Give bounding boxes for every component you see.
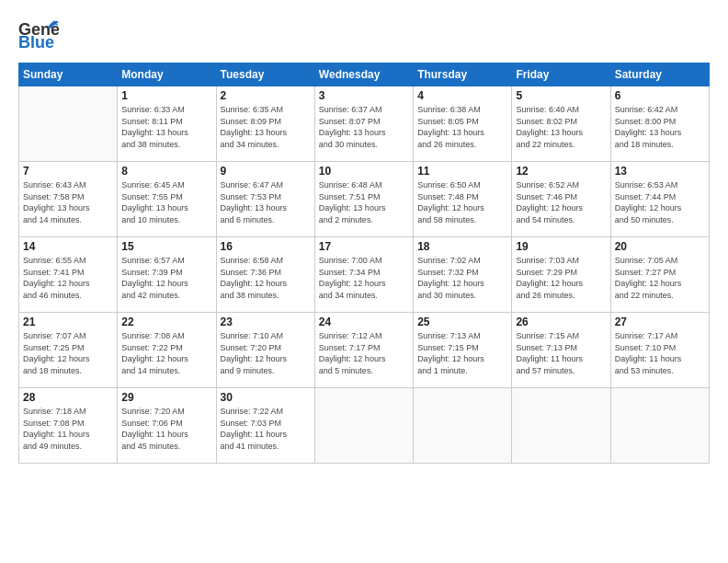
day-info: Sunrise: 6:33 AM Sunset: 8:11 PM Dayligh…: [121, 104, 211, 150]
calendar-cell: 1Sunrise: 6:33 AM Sunset: 8:11 PM Daylig…: [118, 86, 216, 162]
day-number: 8: [121, 165, 211, 178]
day-info: Sunrise: 7:20 AM Sunset: 7:06 PM Dayligh…: [121, 406, 211, 452]
header-tuesday: Tuesday: [216, 63, 314, 86]
header-wednesday: Wednesday: [314, 63, 413, 86]
day-info: Sunrise: 6:57 AM Sunset: 7:39 PM Dayligh…: [121, 255, 211, 301]
day-info: Sunrise: 7:07 AM Sunset: 7:25 PM Dayligh…: [23, 330, 113, 376]
day-number: 28: [23, 391, 113, 404]
calendar-cell: 11Sunrise: 6:50 AM Sunset: 7:48 PM Dayli…: [414, 162, 512, 237]
day-info: Sunrise: 7:05 AM Sunset: 7:27 PM Dayligh…: [615, 255, 705, 301]
day-info: Sunrise: 7:17 AM Sunset: 7:10 PM Dayligh…: [615, 330, 705, 376]
day-info: Sunrise: 6:53 AM Sunset: 7:44 PM Dayligh…: [615, 179, 705, 225]
calendar-cell: 15Sunrise: 6:57 AM Sunset: 7:39 PM Dayli…: [118, 237, 216, 313]
day-info: Sunrise: 6:42 AM Sunset: 8:00 PM Dayligh…: [615, 104, 705, 150]
day-info: Sunrise: 6:35 AM Sunset: 8:09 PM Dayligh…: [221, 104, 311, 150]
header-saturday: Saturday: [610, 63, 709, 86]
day-info: Sunrise: 6:47 AM Sunset: 7:53 PM Dayligh…: [221, 179, 311, 225]
day-info: Sunrise: 7:22 AM Sunset: 7:03 PM Dayligh…: [221, 406, 311, 452]
calendar-cell: 3Sunrise: 6:37 AM Sunset: 8:07 PM Daylig…: [314, 86, 413, 162]
day-number: 24: [319, 316, 409, 328]
day-info: Sunrise: 6:38 AM Sunset: 8:05 PM Dayligh…: [417, 104, 507, 150]
day-number: 12: [516, 165, 606, 178]
calendar-cell: [19, 86, 118, 162]
day-info: Sunrise: 7:13 AM Sunset: 7:15 PM Dayligh…: [417, 330, 507, 376]
day-info: Sunrise: 6:45 AM Sunset: 7:55 PM Dayligh…: [121, 179, 211, 225]
day-number: 7: [23, 165, 113, 178]
calendar-cell: 20Sunrise: 7:05 AM Sunset: 7:27 PM Dayli…: [610, 237, 709, 313]
header-friday: Friday: [512, 63, 610, 86]
day-number: 27: [615, 316, 705, 328]
calendar-week-row: 14Sunrise: 6:55 AM Sunset: 7:41 PM Dayli…: [19, 237, 710, 313]
calendar-cell: 26Sunrise: 7:15 AM Sunset: 7:13 PM Dayli…: [512, 313, 610, 388]
calendar-cell: 27Sunrise: 7:17 AM Sunset: 7:10 PM Dayli…: [610, 313, 709, 388]
day-info: Sunrise: 7:18 AM Sunset: 7:08 PM Dayligh…: [23, 406, 113, 452]
day-number: 29: [121, 391, 211, 404]
day-number: 17: [319, 240, 409, 253]
day-number: 21: [23, 316, 113, 328]
day-info: Sunrise: 7:02 AM Sunset: 7:32 PM Dayligh…: [417, 255, 507, 301]
calendar-cell: 2Sunrise: 6:35 AM Sunset: 8:09 PM Daylig…: [216, 86, 314, 162]
day-number: 30: [221, 391, 311, 404]
day-number: 10: [319, 165, 409, 178]
calendar-table: Sunday Monday Tuesday Wednesday Thursday…: [18, 63, 710, 464]
calendar-week-row: 1Sunrise: 6:33 AM Sunset: 8:11 PM Daylig…: [19, 86, 710, 162]
day-info: Sunrise: 7:08 AM Sunset: 7:22 PM Dayligh…: [121, 330, 211, 376]
calendar-cell: [610, 388, 709, 464]
logo: General Blue: [18, 17, 61, 55]
calendar-week-row: 28Sunrise: 7:18 AM Sunset: 7:08 PM Dayli…: [19, 388, 710, 464]
weekday-header-row: Sunday Monday Tuesday Wednesday Thursday…: [19, 63, 710, 86]
day-info: Sunrise: 7:00 AM Sunset: 7:34 PM Dayligh…: [319, 255, 409, 301]
calendar-cell: 23Sunrise: 7:10 AM Sunset: 7:20 PM Dayli…: [216, 313, 314, 388]
day-number: 26: [516, 316, 606, 328]
calendar-cell: [414, 388, 512, 464]
day-number: 22: [121, 316, 211, 328]
calendar-cell: 28Sunrise: 7:18 AM Sunset: 7:08 PM Dayli…: [19, 388, 118, 464]
header: General Blue: [18, 17, 710, 55]
logo-icon: General Blue: [18, 17, 59, 55]
day-info: Sunrise: 7:03 AM Sunset: 7:29 PM Dayligh…: [516, 255, 606, 301]
day-number: 15: [121, 240, 211, 253]
day-number: 20: [615, 240, 705, 253]
day-number: 5: [516, 89, 606, 102]
day-info: Sunrise: 6:55 AM Sunset: 7:41 PM Dayligh…: [23, 255, 113, 301]
day-info: Sunrise: 6:58 AM Sunset: 7:36 PM Dayligh…: [221, 255, 311, 301]
day-info: Sunrise: 6:40 AM Sunset: 8:02 PM Dayligh…: [516, 104, 606, 150]
calendar-cell: 19Sunrise: 7:03 AM Sunset: 7:29 PM Dayli…: [512, 237, 610, 313]
header-thursday: Thursday: [414, 63, 512, 86]
calendar-cell: 24Sunrise: 7:12 AM Sunset: 7:17 PM Dayli…: [314, 313, 413, 388]
day-number: 14: [23, 240, 113, 253]
day-info: Sunrise: 6:48 AM Sunset: 7:51 PM Dayligh…: [319, 179, 409, 225]
calendar-week-row: 21Sunrise: 7:07 AM Sunset: 7:25 PM Dayli…: [19, 313, 710, 388]
day-info: Sunrise: 7:15 AM Sunset: 7:13 PM Dayligh…: [516, 330, 606, 376]
day-number: 3: [319, 89, 409, 102]
header-monday: Monday: [118, 63, 216, 86]
calendar-cell: [512, 388, 610, 464]
calendar-cell: 5Sunrise: 6:40 AM Sunset: 8:02 PM Daylig…: [512, 86, 610, 162]
calendar-cell: 9Sunrise: 6:47 AM Sunset: 7:53 PM Daylig…: [216, 162, 314, 237]
calendar-cell: 14Sunrise: 6:55 AM Sunset: 7:41 PM Dayli…: [19, 237, 118, 313]
header-sunday: Sunday: [19, 63, 118, 86]
calendar-cell: 30Sunrise: 7:22 AM Sunset: 7:03 PM Dayli…: [216, 388, 314, 464]
day-number: 6: [615, 89, 705, 102]
day-info: Sunrise: 6:43 AM Sunset: 7:58 PM Dayligh…: [23, 179, 113, 225]
calendar-cell: 17Sunrise: 7:00 AM Sunset: 7:34 PM Dayli…: [314, 237, 413, 313]
calendar-cell: 8Sunrise: 6:45 AM Sunset: 7:55 PM Daylig…: [118, 162, 216, 237]
calendar-cell: 13Sunrise: 6:53 AM Sunset: 7:44 PM Dayli…: [610, 162, 709, 237]
day-number: 18: [417, 240, 507, 253]
day-number: 25: [417, 316, 507, 328]
calendar-cell: 10Sunrise: 6:48 AM Sunset: 7:51 PM Dayli…: [314, 162, 413, 237]
calendar-cell: 16Sunrise: 6:58 AM Sunset: 7:36 PM Dayli…: [216, 237, 314, 313]
calendar-cell: 18Sunrise: 7:02 AM Sunset: 7:32 PM Dayli…: [414, 237, 512, 313]
day-number: 13: [615, 165, 705, 178]
day-number: 19: [516, 240, 606, 253]
calendar-cell: 29Sunrise: 7:20 AM Sunset: 7:06 PM Dayli…: [118, 388, 216, 464]
calendar-cell: 12Sunrise: 6:52 AM Sunset: 7:46 PM Dayli…: [512, 162, 610, 237]
day-info: Sunrise: 6:37 AM Sunset: 8:07 PM Dayligh…: [319, 104, 409, 150]
day-number: 4: [417, 89, 507, 102]
day-number: 11: [417, 165, 507, 178]
page: General Blue Sunday Monday Tuesday Wedne…: [0, 0, 728, 563]
calendar-cell: 22Sunrise: 7:08 AM Sunset: 7:22 PM Dayli…: [118, 313, 216, 388]
calendar-cell: [314, 388, 413, 464]
day-info: Sunrise: 6:50 AM Sunset: 7:48 PM Dayligh…: [417, 179, 507, 225]
day-info: Sunrise: 7:12 AM Sunset: 7:17 PM Dayligh…: [319, 330, 409, 376]
